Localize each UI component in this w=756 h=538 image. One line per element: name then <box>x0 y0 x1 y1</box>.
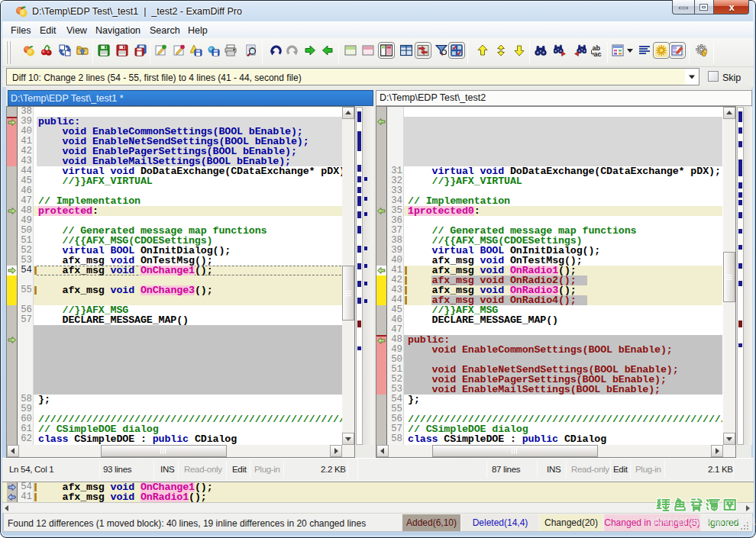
svg-text:ac: ac <box>594 50 602 57</box>
